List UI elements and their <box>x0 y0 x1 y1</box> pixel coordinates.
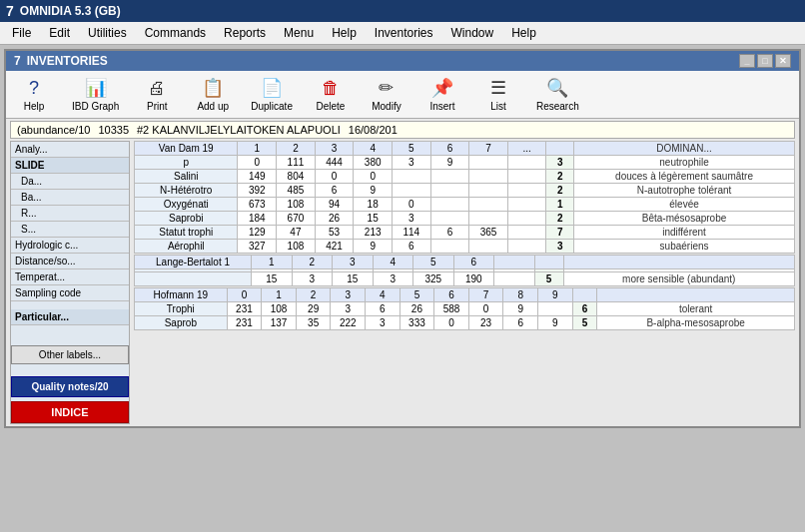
hof-s-2[interactable]: 35 <box>296 316 331 330</box>
print-button[interactable]: 🖨 Print <box>135 76 179 114</box>
hof-s-5[interactable]: 333 <box>400 316 434 330</box>
menu-reports[interactable]: Reports <box>216 24 274 42</box>
hof-t-7[interactable]: 0 <box>468 302 503 316</box>
sidebar-ba[interactable]: Ba... <box>11 190 129 206</box>
vd-ae-3[interactable]: 421 <box>315 240 354 254</box>
vd-s-5[interactable] <box>392 170 430 184</box>
vd-ae-5[interactable]: 6 <box>392 240 430 254</box>
menu-commands[interactable]: Commands <box>137 24 214 42</box>
vd-nh-7[interactable] <box>469 184 508 198</box>
menu-file[interactable]: File <box>4 24 39 42</box>
menu-inventories[interactable]: Inventories <box>367 24 441 42</box>
vd-sb-7[interactable] <box>469 212 508 226</box>
indice-button[interactable]: INDICE <box>11 401 129 423</box>
hof-s-6[interactable]: 0 <box>434 316 469 330</box>
lb-r2-2[interactable]: 3 <box>292 272 333 286</box>
modify-button[interactable]: ✏ Modify <box>365 75 408 114</box>
vd-ae-6[interactable] <box>430 240 469 254</box>
vd-ae-2[interactable]: 108 <box>277 240 316 254</box>
vd-st-6[interactable]: 6 <box>430 226 469 240</box>
vd-p-7[interactable] <box>469 156 508 170</box>
sidebar-distance[interactable]: Distance/so... <box>11 254 129 269</box>
hof-t-5[interactable]: 26 <box>400 302 434 316</box>
vd-s-7[interactable] <box>469 170 508 184</box>
vd-p-2[interactable]: 111 <box>277 156 316 170</box>
hof-t-9[interactable] <box>538 302 573 316</box>
sidebar-analy[interactable]: Analy... <box>11 142 129 158</box>
hof-s-8[interactable]: 6 <box>503 316 538 330</box>
vd-o-6[interactable] <box>430 198 469 212</box>
vd-p-6[interactable]: 9 <box>430 156 469 170</box>
menu-edit[interactable]: Edit <box>41 24 78 42</box>
vd-o-4[interactable]: 18 <box>354 198 393 212</box>
hof-s-7[interactable]: 23 <box>468 316 503 330</box>
vd-sb-5[interactable]: 3 <box>392 212 430 226</box>
ibd-graph-button[interactable]: 📊 IBD Graph <box>68 75 123 114</box>
vd-nh-5[interactable] <box>392 184 430 198</box>
hof-t-3[interactable]: 3 <box>331 302 366 316</box>
vd-s-6[interactable] <box>430 170 469 184</box>
lb-r2-3[interactable]: 15 <box>333 272 374 286</box>
lb-r2-6[interactable]: 190 <box>453 272 494 286</box>
vd-st-3[interactable]: 53 <box>315 226 354 240</box>
vd-nh-3[interactable]: 6 <box>315 184 354 198</box>
hof-t-8[interactable]: 9 <box>503 302 538 316</box>
vd-s-4[interactable]: 0 <box>354 170 393 184</box>
vd-ae-1[interactable]: 327 <box>238 240 277 254</box>
vd-st-4[interactable]: 213 <box>354 226 393 240</box>
vd-nh-6[interactable] <box>430 184 469 198</box>
lb-r2-5[interactable]: 325 <box>413 272 454 286</box>
quality-notes-button[interactable]: Quality notes/20 <box>11 376 129 397</box>
vd-o-5[interactable]: 0 <box>392 198 430 212</box>
hof-t-0[interactable]: 231 <box>227 302 262 316</box>
add-up-button[interactable]: 📋 Add up <box>191 75 235 114</box>
vd-sb-2[interactable]: 670 <box>277 212 316 226</box>
delete-button[interactable]: 🗑 Delete <box>309 76 353 114</box>
vd-o-3[interactable]: 94 <box>315 198 354 212</box>
vd-p-1[interactable]: 0 <box>238 156 277 170</box>
hof-t-6[interactable]: 588 <box>434 302 469 316</box>
sidebar-da[interactable]: Da... <box>11 174 129 190</box>
sidebar-s[interactable]: S... <box>11 222 129 238</box>
vd-p-3[interactable]: 444 <box>315 156 354 170</box>
menu-menu[interactable]: Menu <box>276 24 322 42</box>
vd-o-2[interactable]: 108 <box>277 198 316 212</box>
menu-window[interactable]: Window <box>443 24 502 42</box>
vd-st-5[interactable]: 114 <box>392 226 430 240</box>
sidebar-temperat[interactable]: Temperat... <box>11 269 129 285</box>
minimize-button[interactable]: _ <box>739 54 755 68</box>
list-button[interactable]: ☰ List <box>476 75 520 114</box>
vd-sb-1[interactable]: 184 <box>238 212 277 226</box>
vd-nh-4[interactable]: 9 <box>354 184 393 198</box>
sidebar-particular[interactable]: Particular... <box>11 309 129 325</box>
vd-p-4[interactable]: 380 <box>354 156 393 170</box>
sidebar-r[interactable]: R... <box>11 206 129 222</box>
vd-nh-1[interactable]: 392 <box>238 184 277 198</box>
hof-s-0[interactable]: 231 <box>227 316 262 330</box>
insert-button[interactable]: 📌 Insert <box>420 75 464 114</box>
vd-st-1[interactable]: 129 <box>238 226 277 240</box>
hof-s-9[interactable]: 9 <box>538 316 573 330</box>
vd-o-7[interactable] <box>469 198 508 212</box>
lb-r2-4[interactable]: 3 <box>373 272 413 286</box>
menu-help[interactable]: Help <box>324 24 365 42</box>
vd-sb-4[interactable]: 15 <box>354 212 393 226</box>
research-button[interactable]: 🔍 Research <box>532 75 583 114</box>
vd-p-5[interactable]: 3 <box>392 156 430 170</box>
duplicate-button[interactable]: 📄 Duplicate <box>247 75 297 114</box>
hof-s-4[interactable]: 3 <box>366 316 401 330</box>
vd-st-7[interactable]: 365 <box>469 226 508 240</box>
vd-s-1[interactable]: 149 <box>238 170 277 184</box>
vd-o-1[interactable]: 673 <box>238 198 277 212</box>
hof-t-4[interactable]: 6 <box>366 302 401 316</box>
hof-t-1[interactable]: 108 <box>262 302 297 316</box>
hof-s-3[interactable]: 222 <box>331 316 366 330</box>
vd-ae-4[interactable]: 9 <box>354 240 393 254</box>
vd-ae-7[interactable] <box>469 240 508 254</box>
other-labels-button[interactable]: Other labels... <box>11 345 129 364</box>
sidebar-hydrologic[interactable]: Hydrologic c... <box>11 238 129 254</box>
hof-s-1[interactable]: 137 <box>262 316 297 330</box>
vd-s-3[interactable]: 0 <box>315 170 354 184</box>
vd-s-2[interactable]: 804 <box>277 170 316 184</box>
close-button[interactable]: ✕ <box>775 54 791 68</box>
